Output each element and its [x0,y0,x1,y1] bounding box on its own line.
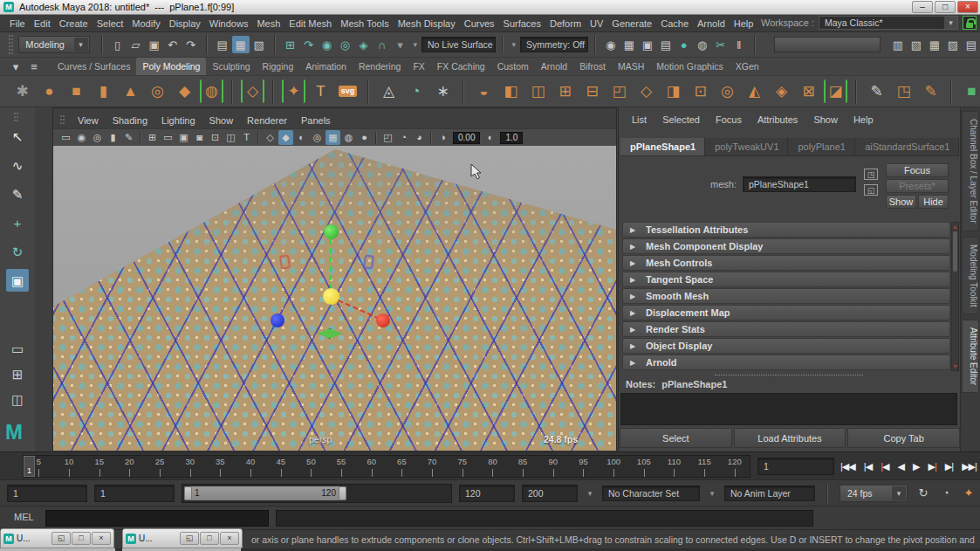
extrude-icon[interactable]: ◰ [607,79,631,103]
undo-icon[interactable]: ↶ [164,36,182,53]
ambient-occlusion-icon[interactable]: ◍ [341,130,356,145]
chevron-down-icon[interactable]: ▾ [585,489,595,498]
manipulator-x-curl-handle[interactable] [279,254,291,269]
show-button[interactable]: Show [886,195,916,209]
section-object-display[interactable]: Object Display [622,338,950,354]
shelf-tab-options-icon[interactable]: ▾ [7,58,24,75]
close-button[interactable]: × [220,532,239,545]
gate-mask-icon[interactable]: ◙ [192,130,207,145]
step-back-frame-button[interactable]: |◀ [863,457,873,476]
menu-generate[interactable]: Generate [607,15,656,32]
poly-plane-icon[interactable]: ◆ [173,79,196,103]
textured-icon[interactable]: ◐ [294,130,309,145]
section-tessellation-attributes[interactable]: Tessellation Attributes [622,222,950,238]
zero-transform-icon[interactable]: ∗ [431,79,455,103]
rotate-tool-icon[interactable]: ↻ [6,240,29,263]
viewport-menu-renderer[interactable]: Renderer [240,114,294,128]
menu-mesh-display[interactable]: Mesh Display [394,15,460,32]
gamma-icon[interactable]: ◐ [483,130,497,145]
mirror-geometry-icon[interactable]: ◫ [526,79,550,103]
drag-handle[interactable] [60,115,65,126]
playback-start-field[interactable]: 1 [94,485,175,502]
viewport-menu-lighting[interactable]: Lighting [154,114,202,128]
select-by-component-icon[interactable]: ▧ [250,36,268,53]
persp-outliner-layout-button[interactable]: ◫ [6,389,29,410]
shelf-tab-custom[interactable]: Custom [491,58,535,75]
minimize-button[interactable]: – [912,1,933,13]
sculpt-brush-icon[interactable]: ✎ [865,79,888,103]
range-start-handle[interactable] [184,486,192,500]
exposure-field[interactable]: 0.00 [453,132,480,144]
manipulator-z-curl-handle[interactable] [363,254,374,269]
close-button[interactable]: × [92,532,111,545]
ae-menu-focus[interactable]: Focus [709,114,748,125]
menu-uv[interactable]: UV [586,15,607,32]
playback-end-field[interactable]: 120 [459,485,515,502]
shelf-item-options-icon[interactable]: ✱ [10,79,34,103]
grid-toggle-icon[interactable]: ⊞ [145,130,160,145]
ae-tab-polyplane1[interactable]: polyPlane1 [788,138,855,155]
viewport-menu-view[interactable]: View [71,114,106,128]
notes-textarea[interactable] [620,393,957,425]
bevel-icon[interactable]: ◇ [634,79,658,103]
scrollbar[interactable]: ▲ ▼ [951,222,959,371]
ae-menu-list[interactable]: List [626,114,653,125]
safe-title-icon[interactable]: T [239,130,254,145]
shaded-icon[interactable]: ◆ [278,130,293,145]
copy-tab-button[interactable]: Copy Tab [847,428,960,448]
svg-tool-icon[interactable]: svg [336,79,360,103]
floating-window-titlebar[interactable]: M U... ◱□× [122,528,243,548]
snap-to-curve-icon[interactable]: ↷ [300,36,318,53]
safe-action-icon[interactable]: ◫ [223,130,238,145]
ae-tab-aistandardsurface1[interactable]: aiStandardSurface1 [855,138,959,155]
ipr-render-icon[interactable]: ▣ [639,36,656,53]
maximize-button[interactable]: □ [200,532,219,545]
tool-settings-toggle-icon[interactable]: ▤ [963,36,980,53]
xray-icon[interactable]: ◔ [396,130,411,145]
drag-handle[interactable] [9,35,13,54]
chevron-down-icon[interactable]: ▾ [510,40,518,49]
ae-tab-pplaneshape1[interactable]: pPlaneShape1 [620,138,705,155]
menu-display[interactable]: Display [165,15,205,32]
menu-windows[interactable]: Windows [205,15,253,32]
snap-to-point-icon[interactable]: ◉ [319,36,336,53]
modeling-toolkit-toggle-icon[interactable]: ▥ [889,36,907,53]
current-frame-field[interactable]: 1 [757,458,834,475]
shelf-tab-curves-surfaces[interactable]: Curves / Surfaces [51,58,136,75]
play-forwards-button[interactable]: ▶ [912,457,920,476]
section-arnold[interactable]: Arnold [622,355,950,370]
smooth-preview-icon[interactable]: ■ [960,79,980,103]
redo-icon[interactable]: ↷ [182,36,200,53]
time-marker-icon[interactable]: ◔ [404,79,428,103]
shelf-tab-bifrost[interactable]: Bifrost [573,58,612,75]
channel-box-toggle-icon[interactable]: ▦ [926,36,943,53]
manipulator-z-handle[interactable] [271,313,284,327]
camera-attributes-icon[interactable]: ◎ [90,130,105,145]
menu-surfaces[interactable]: Surfaces [499,15,545,32]
load-attributes-button[interactable]: Load Attributes [734,428,846,448]
select-by-object-icon[interactable]: ▦ [232,36,250,53]
paint-select-tool-icon[interactable]: ✎ [6,183,29,205]
chevron-down-icon[interactable]: ▾ [944,17,957,29]
anim-layer-dropdown[interactable]: No Anim Layer [724,486,815,501]
shelf-tab-arnold[interactable]: Arnold [535,58,573,75]
workspace-dropdown[interactable]: Maya Classic* ▾ [819,16,958,30]
multi-cut-icon[interactable]: ⊡ [689,79,712,103]
scroll-down-icon[interactable]: ▼ [952,363,958,369]
close-button[interactable]: × [957,1,978,13]
film-gate-icon[interactable]: ▭ [161,130,175,145]
menu-create[interactable]: Create [55,15,93,32]
uv-pin-icon[interactable]: ◳ [892,79,915,103]
viewport-canvas[interactable]: persp 24.8 fps [53,146,616,451]
focus-button[interactable]: Focus [886,163,949,177]
shelf-tab-xgen[interactable]: XGen [730,58,765,75]
playback-loop-icon[interactable]: ↻ [915,485,932,502]
construction-aim-icon[interactable]: ◬ [377,79,401,103]
menu-edit-mesh[interactable]: Edit Mesh [284,15,336,32]
viewport-menu-shading[interactable]: Shading [106,114,154,128]
crease-tool-icon[interactable]: ◪ [824,79,847,103]
menu-arnold[interactable]: Arnold [693,15,730,32]
make-live-icon[interactable]: ◈ [355,36,373,53]
ae-tab-polytweakuv1[interactable]: polyTweakUV1 [705,138,788,155]
poly-sphere-icon[interactable]: ● [38,79,61,103]
